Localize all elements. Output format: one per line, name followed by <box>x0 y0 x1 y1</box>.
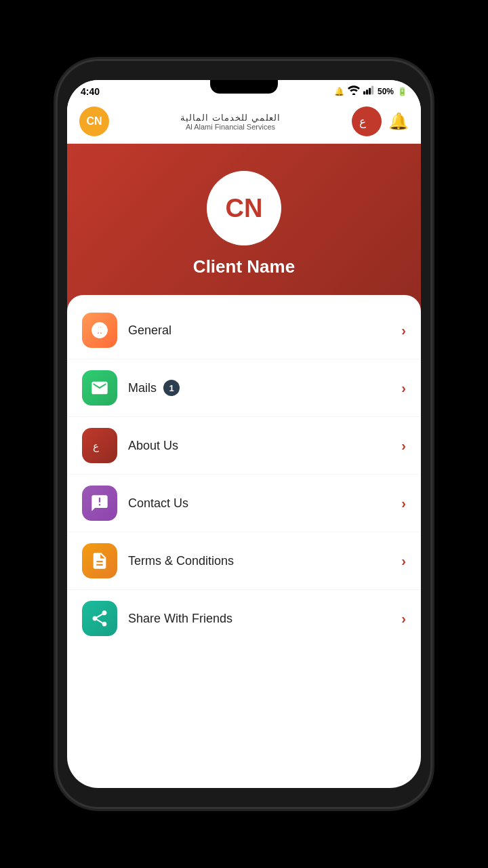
terms-chevron: › <box>401 553 406 569</box>
terms-icon <box>90 551 109 570</box>
menu-container: General › Mails 1 › <box>67 295 421 654</box>
status-icons: 🔔 50% 🔋 <box>334 85 407 97</box>
general-icon-wrap <box>82 313 117 348</box>
svg-text:ع: ع <box>359 115 366 129</box>
svg-rect-4 <box>371 86 373 95</box>
about-icon: ع <box>90 436 109 455</box>
general-label-wrap: General <box>128 323 390 338</box>
status-time: 4:40 <box>81 86 100 97</box>
about-chevron: › <box>401 438 406 454</box>
about-label-wrap: About Us <box>128 439 390 453</box>
menu-item-terms[interactable]: Terms & Conditions › <box>67 532 421 590</box>
phone-frame: 4:40 🔔 <box>58 61 430 807</box>
svg-rect-3 <box>369 88 371 95</box>
about-icon-wrap: ع <box>82 428 117 463</box>
mails-badge: 1 <box>163 380 180 396</box>
about-label: About Us <box>128 439 178 453</box>
battery-icon: 🔋 <box>397 87 407 96</box>
terms-icon-wrap <box>82 543 117 578</box>
general-icon <box>90 321 109 340</box>
menu-item-general[interactable]: General › <box>67 302 421 359</box>
header-avatar[interactable]: CN <box>79 106 109 136</box>
share-icon <box>90 609 109 628</box>
status-bar: 4:40 🔔 <box>67 80 421 100</box>
share-label-wrap: Share With Friends <box>128 612 390 626</box>
menu-item-share[interactable]: Share With Friends › <box>67 590 421 647</box>
mails-label: Mails <box>128 381 157 395</box>
menu-item-contact[interactable]: Contact Us › <box>67 475 421 532</box>
phone-screen: 4:40 🔔 <box>67 80 421 788</box>
mails-icon-wrap <box>82 370 117 406</box>
contact-label-wrap: Contact Us <box>128 496 390 511</box>
svg-rect-1 <box>363 92 365 95</box>
general-chevron: › <box>401 323 406 338</box>
svg-point-0 <box>352 94 356 96</box>
app-header: CN العلمي للخدمات المالية Al Alami Finan… <box>67 100 421 144</box>
general-label: General <box>128 323 171 338</box>
menu-item-about[interactable]: ع About Us › <box>67 417 421 475</box>
header-right: ع 🔔 <box>352 106 409 136</box>
mails-label-wrap: Mails 1 <box>128 380 390 396</box>
terms-label: Terms & Conditions <box>128 554 234 568</box>
contact-icon-wrap <box>82 486 117 521</box>
profile-avatar: CN <box>207 171 281 245</box>
notification-bell-icon[interactable]: 🔔 <box>388 112 409 131</box>
svg-rect-2 <box>366 90 368 94</box>
logo-arabic-text: العلمي للخدمات المالية <box>180 113 280 123</box>
battery-text: 50% <box>378 87 394 96</box>
signal-icon <box>363 85 374 97</box>
alarm-icon: 🔔 <box>334 87 344 96</box>
notch <box>210 80 278 94</box>
brand-logo-icon: ع <box>352 106 382 136</box>
app-logo: العلمي للخدمات المالية Al Alami Financia… <box>180 113 280 131</box>
mails-chevron: › <box>401 380 406 396</box>
client-name: Client Name <box>193 256 295 277</box>
svg-text:ع: ع <box>93 440 99 452</box>
share-label: Share With Friends <box>128 612 232 626</box>
mails-icon <box>90 378 109 397</box>
share-icon-wrap <box>82 601 117 636</box>
terms-label-wrap: Terms & Conditions <box>128 554 390 568</box>
wifi-icon <box>348 85 360 97</box>
menu-item-mails[interactable]: Mails 1 › <box>67 359 421 417</box>
share-chevron: › <box>401 611 406 627</box>
logo-english-text: Al Alami Financial Services <box>186 123 275 131</box>
contact-icon <box>90 494 109 513</box>
contact-chevron: › <box>401 496 406 511</box>
profile-banner: CN Client Name <box>67 144 421 311</box>
contact-label: Contact Us <box>128 496 188 511</box>
